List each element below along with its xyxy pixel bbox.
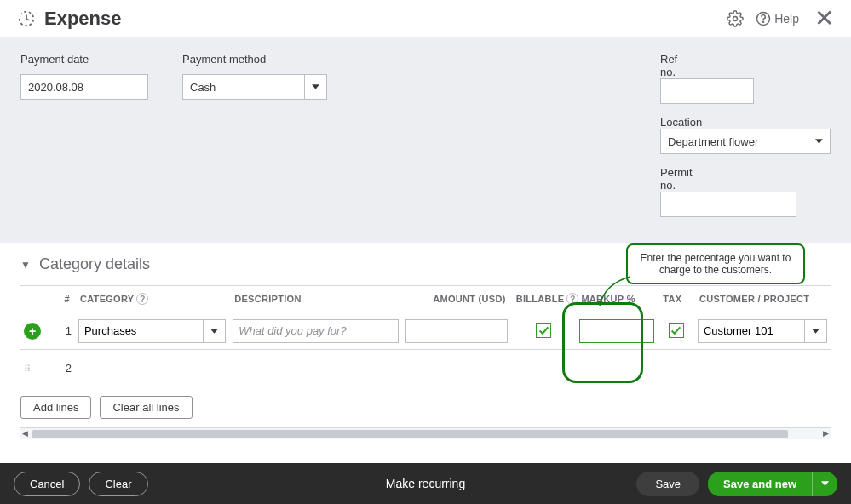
section-title: Category details <box>39 255 150 273</box>
th-amount: AMOUNT (USD) <box>402 286 511 312</box>
payment-method-label: Payment method <box>182 53 327 66</box>
ref-no-label: Ref no. <box>660 53 677 78</box>
drag-handle-icon[interactable]: ⠿ <box>24 364 32 375</box>
help-link[interactable]: Help <box>756 11 799 26</box>
footer-bar: Cancel Clear Make recurring Save Save an… <box>0 463 851 504</box>
table-row: + 1 <box>20 312 831 350</box>
scroll-left-icon[interactable]: ◀ <box>22 429 28 438</box>
markup-callout: Enter the percentage you want to charge … <box>626 243 805 284</box>
payment-date-input[interactable] <box>20 74 148 100</box>
save-and-new-caret[interactable] <box>812 472 837 496</box>
th-billable: BILLABLE? <box>511 286 577 312</box>
scroll-thumb[interactable] <box>32 430 788 438</box>
page-header: Expense Help ✕ <box>0 0 851 37</box>
save-and-new-button[interactable]: Save and new <box>708 472 812 496</box>
th-num: # <box>48 286 75 312</box>
billable-checkbox[interactable] <box>536 323 551 338</box>
category-caret[interactable] <box>204 319 226 343</box>
th-markup: MARKUP % <box>576 286 658 312</box>
history-icon[interactable] <box>17 9 36 28</box>
location-label: Location <box>660 116 702 129</box>
tax-checkbox[interactable] <box>669 323 684 338</box>
payment-method-caret[interactable] <box>305 74 327 100</box>
payment-method-field: Payment method <box>182 53 327 217</box>
category-input[interactable] <box>78 319 204 343</box>
scroll-right-icon[interactable]: ▶ <box>823 429 829 438</box>
permit-no-input[interactable] <box>660 192 796 217</box>
table-row: ⠿ 2 <box>20 350 831 387</box>
form-row: Payment date Payment method Ref no. Loca… <box>20 53 831 217</box>
save-button[interactable]: Save <box>636 472 699 496</box>
permit-no-label: Permit no. <box>660 166 693 192</box>
table-header-row: # CATEGORY? DESCRIPTION AMOUNT (USD) BIL… <box>20 286 831 312</box>
right-column: Ref no. Location Permit no. <box>660 53 831 217</box>
add-lines-button[interactable]: Add lines <box>20 396 91 419</box>
th-tax: TAX <box>658 286 694 312</box>
gear-icon[interactable] <box>727 10 744 27</box>
page-title: Expense <box>44 8 122 30</box>
location-input[interactable] <box>660 129 808 154</box>
svg-point-0 <box>733 17 738 21</box>
billable-help-icon[interactable]: ? <box>566 293 578 305</box>
th-category: CATEGORY? <box>75 286 229 312</box>
section-collapse-caret: ▼ <box>20 259 31 271</box>
footer-left: Cancel Clear <box>14 472 148 496</box>
make-recurring-link[interactable]: Make recurring <box>386 477 465 490</box>
location-caret[interactable] <box>808 129 831 154</box>
add-line-button[interactable]: + <box>24 323 41 340</box>
callout-text: Enter the percentage you want to charge … <box>641 252 791 276</box>
payment-method-input[interactable] <box>182 74 305 100</box>
cancel-button[interactable]: Cancel <box>14 472 80 496</box>
svg-point-2 <box>763 21 764 22</box>
ref-no-input[interactable] <box>660 78 754 104</box>
customer-input[interactable] <box>698 319 805 343</box>
th-description: DESCRIPTION <box>229 286 402 312</box>
save-and-new-group: Save and new <box>708 472 837 496</box>
line-items-table: # CATEGORY? DESCRIPTION AMOUNT (USD) BIL… <box>20 285 831 387</box>
customer-caret[interactable] <box>805 319 827 343</box>
payment-date-field: Payment date <box>20 53 148 217</box>
payment-date-label: Payment date <box>20 53 148 66</box>
header-right: Help ✕ <box>727 7 837 31</box>
amount-input[interactable] <box>405 319 508 343</box>
footer-right: Save Save and new <box>636 472 837 496</box>
clear-button[interactable]: Clear <box>89 472 147 496</box>
help-icon <box>756 11 771 26</box>
grid-actions: Add lines Clear all lines <box>20 396 831 427</box>
form-area: Payment date Payment method Ref no. Loca… <box>0 37 851 243</box>
row-number: 2 <box>48 350 75 387</box>
th-customer: CUSTOMER / PROJECT <box>694 286 831 312</box>
clear-all-lines-button[interactable]: Clear all lines <box>100 396 192 419</box>
description-input[interactable] <box>233 319 399 343</box>
close-button[interactable]: ✕ <box>811 7 837 31</box>
help-label: Help <box>774 12 799 26</box>
header-left: Expense <box>17 8 122 30</box>
category-help-icon[interactable]: ? <box>136 293 148 305</box>
markup-input[interactable] <box>579 319 654 343</box>
horizontal-scrollbar[interactable]: ◀ ▶ <box>20 427 831 439</box>
row-number: 1 <box>48 312 75 350</box>
th-add <box>20 286 48 312</box>
